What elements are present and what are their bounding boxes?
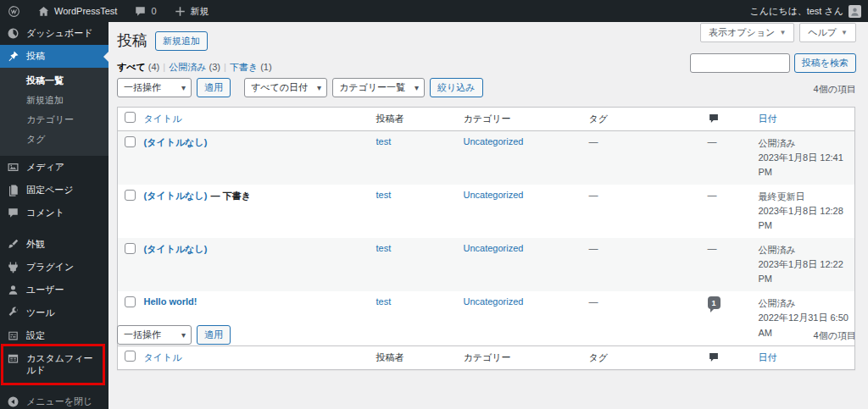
dashboard-icon	[7, 27, 19, 40]
post-title-link[interactable]: (タイトルなし)	[144, 244, 208, 254]
column-author: 投稿者	[371, 108, 459, 131]
tags-cell: —	[584, 291, 703, 345]
comments-icon	[7, 207, 19, 219]
table-header-row: タイトル 投稿者 カテゴリー タグ 日付	[118, 108, 855, 131]
sidebar-item-custom-fields[interactable]: カスタムフィールド	[0, 347, 108, 382]
author-link[interactable]: test	[376, 243, 392, 253]
author-link[interactable]: test	[376, 190, 392, 200]
filter-all[interactable]: すべて (4)	[117, 62, 159, 72]
sidebar-item-tools[interactable]: ツール	[0, 301, 108, 324]
new-content-button[interactable]: 新規	[166, 0, 217, 22]
category-filter-select[interactable]: カテゴリー一覧	[332, 78, 425, 97]
sidebar-item-comments[interactable]: コメント	[0, 202, 108, 224]
comment-bubble-icon	[134, 5, 147, 18]
post-title-link[interactable]: Hello world!	[144, 296, 198, 307]
post-status-filters: すべて (4)|公開済み (3)|下書き (1)	[117, 61, 272, 74]
category-link[interactable]: Uncategorized	[464, 190, 524, 200]
collapse-arrow-icon	[7, 395, 19, 408]
user-icon	[7, 284, 19, 296]
category-link[interactable]: Uncategorized	[464, 136, 524, 146]
bulk-actions-select[interactable]: 一括操作	[117, 78, 192, 97]
filter-draft[interactable]: 下書き (1)	[230, 62, 272, 72]
author-link[interactable]: test	[376, 296, 392, 307]
chevron-down-icon: ▼	[779, 29, 786, 36]
posts-submenu: 投稿一覧 新規追加 カテゴリー タグ	[0, 68, 108, 156]
bulk-actions-select-bottom[interactable]: 一括操作	[117, 325, 192, 345]
comment-count-bubble[interactable]: 1	[708, 296, 721, 309]
table-row: (タイトルなし) test Uncategorized — — 公開済み2023…	[118, 238, 855, 291]
submenu-categories[interactable]: カテゴリー	[0, 110, 108, 130]
tags-cell: —	[584, 131, 703, 185]
content-area: 表示オプション▼ ヘルプ▼ 投稿 新規追加 すべて (4)|公開済み (3)|下…	[108, 22, 868, 409]
sidebar-menu: ダッシュボード 投稿 投稿一覧 新規追加 カテゴリー タグ メディア 固定ページ…	[0, 22, 108, 409]
post-title-link[interactable]: (タイトルなし)	[144, 137, 208, 147]
admin-bar: WordPressTest 0 新規 こんにちは、test さん	[0, 0, 868, 22]
sidebar-item-settings[interactable]: 設定	[0, 324, 108, 347]
add-new-post-button[interactable]: 新規追加	[155, 31, 208, 51]
column-category: カテゴリー	[459, 108, 584, 131]
wrench-icon	[7, 307, 19, 319]
plug-icon	[7, 261, 19, 274]
column-date[interactable]: 日付	[759, 352, 777, 362]
sidebar-item-dashboard[interactable]: ダッシュボード	[0, 22, 108, 45]
media-icon	[7, 161, 19, 174]
site-name: WordPressTest	[54, 6, 117, 16]
plus-icon	[174, 5, 186, 18]
avatar[interactable]	[849, 5, 861, 18]
apply-button-bottom[interactable]: 適用	[197, 325, 231, 345]
row-checkbox[interactable]	[125, 243, 136, 254]
sidebar-item-plugins[interactable]: プラグイン	[0, 256, 108, 279]
row-checkbox[interactable]	[125, 190, 136, 201]
tags-cell: —	[584, 185, 703, 238]
search-posts-button[interactable]: 投稿を検索	[794, 53, 856, 73]
sidebar-item-media[interactable]: メディア	[0, 156, 108, 179]
sidebar-item-appearance[interactable]: 外観	[0, 233, 108, 256]
wordpress-logo-icon[interactable]	[0, 0, 28, 22]
submenu-all-posts[interactable]: 投稿一覧	[0, 71, 108, 91]
apply-button[interactable]: 適用	[197, 78, 231, 97]
date-cell: 最終更新日2023年1月8日 12:28 PM	[754, 185, 855, 238]
collapse-menu-button[interactable]: メニューを閉じる	[0, 390, 108, 409]
post-title-link[interactable]: (タイトルなし)	[144, 191, 208, 201]
column-title[interactable]: タイトル	[144, 352, 182, 362]
page-title: 投稿	[117, 30, 147, 51]
select-all-checkbox[interactable]	[125, 112, 136, 123]
site-name-item[interactable]: WordPressTest	[30, 0, 125, 22]
chevron-down-icon: ▼	[841, 29, 848, 36]
submenu-tags[interactable]: タグ	[0, 130, 108, 149]
user-silhouette-icon	[849, 6, 860, 17]
column-author: 投稿者	[371, 345, 459, 369]
tags-cell: —	[584, 238, 703, 291]
wordpress-admin-screen: WordPressTest 0 新規 こんにちは、test さん ダッシュボード	[0, 0, 868, 409]
column-title[interactable]: タイトル	[144, 113, 182, 124]
admin-bar-comments[interactable]: 0	[126, 0, 164, 22]
screen-options-button[interactable]: 表示オプション▼	[700, 23, 794, 42]
sidebar-item-posts[interactable]: 投稿	[0, 45, 108, 68]
filter-published[interactable]: 公開済み (3)	[169, 62, 220, 72]
sidebar-item-pages[interactable]: 固定ページ	[0, 179, 108, 202]
custom-fields-icon	[7, 352, 19, 365]
row-checkbox[interactable]	[125, 136, 136, 147]
draft-suffix: — 下書き	[210, 191, 250, 201]
help-button[interactable]: ヘルプ▼	[799, 23, 856, 42]
comments-cell: —	[703, 131, 754, 185]
column-tags: タグ	[584, 108, 703, 131]
date-cell: 公開済み2023年1月8日 12:41 PM	[754, 131, 855, 185]
author-link[interactable]: test	[376, 136, 392, 146]
category-link[interactable]: Uncategorized	[464, 296, 524, 307]
category-link[interactable]: Uncategorized	[464, 243, 524, 253]
greeting-text[interactable]: こんにちは、test さん	[749, 5, 843, 18]
comments-cell: —	[703, 238, 754, 291]
date-filter-select[interactable]: すべての日付	[244, 78, 327, 97]
comments-column-icon	[708, 113, 720, 124]
submenu-add-new[interactable]: 新規追加	[0, 91, 108, 110]
column-date[interactable]: 日付	[759, 113, 777, 124]
select-all-checkbox[interactable]	[125, 351, 136, 362]
table-footer-row: タイトル 投稿者 カテゴリー タグ 日付	[118, 345, 855, 369]
comments-column-icon	[708, 351, 720, 363]
row-checkbox[interactable]	[125, 296, 136, 307]
search-posts-input[interactable]	[690, 53, 790, 73]
filter-button[interactable]: 絞り込み	[430, 78, 483, 97]
pushpin-icon	[7, 50, 19, 63]
sidebar-item-users[interactable]: ユーザー	[0, 279, 108, 301]
